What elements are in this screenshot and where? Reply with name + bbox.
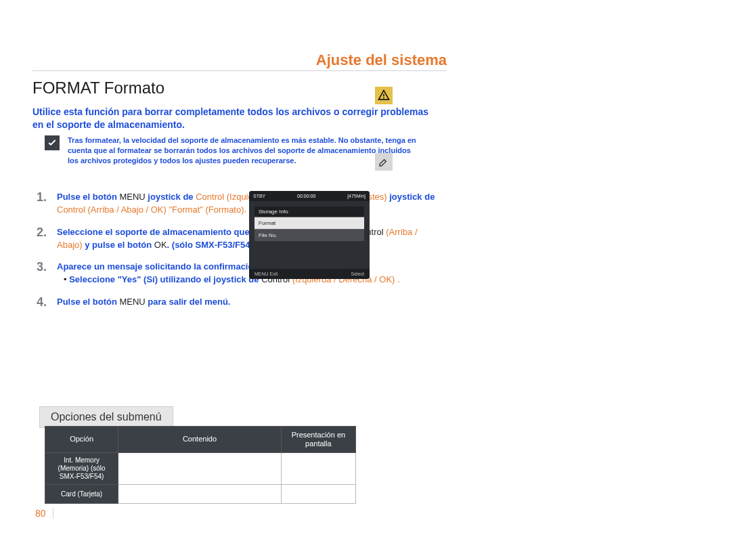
step: 3.Aparece un mensaje solicitando la conf… <box>37 261 443 286</box>
page-number: 80 <box>35 508 53 519</box>
col-option: Opción <box>45 426 118 452</box>
lcd-foot-right: Select <box>351 272 364 276</box>
table-cell-empty <box>281 453 355 485</box>
lcd-panel-header: Storage Info <box>254 207 364 217</box>
options-table: Opción Contenido Presentación en pantall… <box>45 426 356 504</box>
section-title: Ajuste del sistema <box>316 51 447 69</box>
page-title: FORMAT Formato <box>32 79 164 98</box>
lcd-row: File No. <box>254 229 364 241</box>
table-row: Card (Tarjeta) <box>45 485 118 504</box>
svg-point-1 <box>383 98 384 99</box>
divider <box>32 70 447 71</box>
lcd-preview: STBY 00:00:00 [475Min] Storage Info Form… <box>249 191 370 279</box>
table-cell-empty <box>281 485 355 504</box>
table-cell-empty <box>118 485 282 504</box>
lcd-time: 00:00:00 <box>297 194 315 198</box>
lcd-row: Format <box>254 217 364 229</box>
col-display: Presentación en pantalla <box>281 426 355 452</box>
lcd-stby: STBY <box>253 194 265 198</box>
step: 2.Seleccione el soporte de almacenamient… <box>37 226 443 252</box>
step-body: Pulse el botón MENU para salir del menú. <box>57 296 443 309</box>
col-content: Contenido <box>118 426 282 452</box>
note-box: Tras formatear, la velocidad del soporte… <box>45 135 420 166</box>
lcd-remain: [475Min] <box>347 194 366 198</box>
table-cell-empty <box>118 453 282 485</box>
edit-icon <box>375 153 393 171</box>
step-number: 1. <box>37 191 51 217</box>
step-number: 2. <box>37 226 51 252</box>
step-number: 3. <box>37 261 51 286</box>
step: 1.Pulse el botón MENU joystick de Contro… <box>37 191 443 217</box>
table-row: Int. Memory (Memoria) (sólo SMX-F53/F54) <box>45 453 118 485</box>
warning-icon <box>375 87 393 104</box>
steps-list: 1.Pulse el botón MENU joystick de Contro… <box>37 191 443 318</box>
submenu-tab: Opciones del submenú <box>39 406 173 428</box>
check-icon <box>45 135 60 150</box>
note-text: Tras formatear, la velocidad del soporte… <box>68 135 420 166</box>
step-number: 4. <box>37 296 51 309</box>
step: 4.Pulse el botón MENU para salir del men… <box>37 296 443 309</box>
lcd-foot-left: MENU Exit <box>254 272 278 276</box>
